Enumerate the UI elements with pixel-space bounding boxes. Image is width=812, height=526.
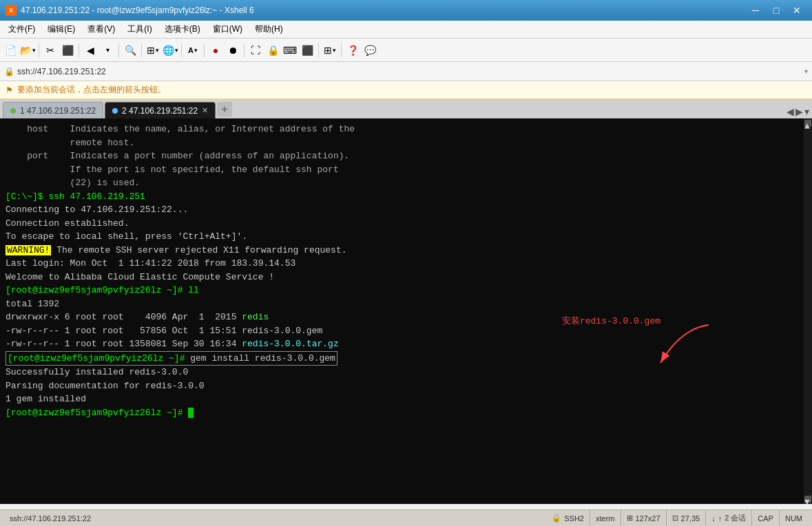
tab-2[interactable]: 2 47.106.219.251:22 ✕	[105, 102, 216, 118]
tab-nav-left[interactable]: ◀	[787, 106, 794, 117]
term-line-4: If the port is not specified, the defaul…	[6, 163, 806, 177]
toolbar-nav[interactable]: ▾	[100, 43, 115, 58]
toolbar-search[interactable]: 🔍	[123, 43, 138, 58]
app-icon: X	[6, 5, 17, 16]
close-button[interactable]: ✕	[787, 3, 806, 17]
menu-window[interactable]: 窗口(W)	[207, 22, 248, 36]
toolbar-lock[interactable]: 🔒	[265, 43, 280, 58]
term-line-11: Connection established.	[6, 217, 806, 231]
statusbar-pos-section: ⊡ 27,35	[667, 510, 707, 526]
tab-1[interactable]: 1 47.106.219.251:22	[3, 102, 103, 118]
toolbar-copy[interactable]: ⬛	[60, 43, 75, 58]
toolbar-separator-5	[181, 43, 182, 57]
term-line-3: port Indicates a port number (address of…	[6, 149, 806, 163]
toolbar-open[interactable]: 📂▾	[20, 43, 35, 58]
menu-tools[interactable]: 工具(I)	[122, 22, 157, 36]
term-line-2: remote host.	[6, 136, 806, 150]
address-lock-icon: 🔒	[4, 67, 14, 76]
toolbar-layout[interactable]: ⊞▾	[322, 43, 337, 58]
toolbar-separator-2	[79, 43, 79, 57]
statusbar-down-icon: ↓	[711, 514, 716, 523]
statusbar-pos-icon: ⊡	[672, 514, 678, 523]
titlebar: X 47.106.219.251:22 - root@izwz9ef5sjam9…	[0, 0, 812, 21]
term-line-24: [root@izwz9ef5sjam9pvfyiz26lz ~]# gem in…	[6, 351, 806, 366]
tab-nav-right[interactable]: ▶	[795, 106, 803, 117]
term-line-25: Successfully installed redis-3.0.0	[6, 366, 806, 379]
infobar-text: 要添加当前会话，点击左侧的箭头按钮。	[17, 84, 166, 96]
statusbar-size: 127x27	[636, 514, 660, 523]
menu-file[interactable]: 文件(F)	[3, 22, 41, 36]
statusbar-num-section: NUM	[780, 510, 808, 526]
menu-edit[interactable]: 编辑(E)	[42, 22, 81, 36]
menu-tabs[interactable]: 选项卡(B)	[159, 22, 206, 36]
toolbar-separator-1	[39, 43, 39, 57]
statusbar-address: ssh://47.106.219.251:22	[4, 514, 546, 523]
toolbar-font[interactable]: A▾	[185, 43, 200, 58]
tab-2-close[interactable]: ✕	[202, 106, 208, 115]
statusbar-sessions: 2 会话	[725, 513, 746, 523]
term-line-22: -rw-r--r-- 1 root root 57856 Oct 1 15:51…	[6, 324, 806, 338]
toolbar-globe[interactable]: 🌐▾	[163, 43, 178, 58]
tabbar: 1 47.106.219.251:22 2 47.106.219.251:22 …	[0, 99, 812, 118]
term-line-14: WARNING! The remote SSH server rejected …	[6, 244, 806, 257]
toolbar-help[interactable]: ❓	[345, 43, 360, 58]
term-line-20: total 1392	[6, 297, 806, 311]
toolbar-red[interactable]: ●	[208, 43, 223, 58]
toolbar-separator-3	[118, 43, 119, 57]
toolbar-separator-9	[341, 43, 342, 57]
term-line-5: (22) is used.	[6, 176, 806, 190]
terminal[interactable]: host Indicates the name, alias, or Inter…	[0, 118, 812, 504]
menu-help[interactable]: 帮助(H)	[249, 22, 289, 36]
toolbar-cut[interactable]: ✂	[43, 43, 58, 58]
toolbar-keyboard[interactable]: ⌨	[282, 43, 298, 58]
toolbar-back[interactable]: ◀	[83, 43, 98, 58]
term-line-12: To escape to local shell, press 'Ctrl+Al…	[6, 230, 806, 244]
tab-new-button[interactable]: +	[217, 102, 232, 117]
statusbar-pos: 27,35	[681, 514, 700, 523]
toolbar: 📄 📂▾ ✂ ⬛ ◀ ▾ 🔍 ⊞▾ 🌐▾ A▾ ● ⏺ ⛶ 🔒 ⌨ ⬛ ⊞▾ ❓…	[0, 39, 812, 62]
toolbar-rec[interactable]: ⏺	[225, 43, 240, 58]
addressbar: 🔒 ssh://47.106.219.251:22 ▾	[0, 62, 812, 81]
address-dropdown-icon[interactable]: ▾	[804, 67, 808, 75]
menu-view[interactable]: 查看(V)	[82, 22, 121, 36]
statusbar-ssh-label: SSH2	[564, 514, 584, 523]
statusbar-cap-section: CAP	[752, 510, 780, 526]
toolbar-separator-6	[204, 43, 205, 57]
toolbar-transfer[interactable]: ⬛	[300, 43, 315, 58]
minimize-button[interactable]: ─	[746, 3, 765, 17]
term-line-15: Last login: Mon Oct 1 11:41:22 2018 from…	[6, 257, 806, 271]
statusbar: ssh://47.106.219.251:22 🔒 SSH2 xterm ⊞ 1…	[0, 509, 812, 526]
tab-1-indicator	[10, 108, 16, 114]
statusbar-url: ssh://47.106.219.251:22	[10, 514, 91, 523]
terminal-wrapper: host Indicates the name, alias, or Inter…	[0, 118, 812, 509]
toolbar-separator-8	[318, 43, 319, 57]
toolbar-separator-4	[141, 43, 142, 57]
tab-1-label: 1 47.106.219.251:22	[20, 106, 96, 116]
statusbar-size-section: ⊞ 127x27	[621, 510, 667, 526]
statusbar-ssh-section: 🔒 SSH2	[546, 510, 590, 526]
menubar: 文件(F) 编辑(E) 查看(V) 工具(I) 选项卡(B) 窗口(W) 帮助(…	[0, 21, 812, 39]
toolbar-separator-7	[244, 43, 244, 57]
term-line-27: 1 gem installed	[6, 392, 806, 406]
infobar-icon: ⚑	[6, 85, 13, 95]
toolbar-new[interactable]: 📄	[3, 43, 18, 58]
tab-2-indicator	[112, 108, 118, 114]
scroll-down-button[interactable]: ▼	[804, 496, 811, 503]
toolbar-fullscreen[interactable]: ⛶	[248, 43, 263, 58]
statusbar-cap-label: CAP	[758, 514, 773, 523]
term-line-26: Parsing documentation for redis-3.0.0	[6, 379, 806, 393]
window-title: 47.106.219.251:22 - root@izwz9ef5sjam9pv…	[21, 6, 254, 15]
term-line-7: [C:\~]$ ssh 47.106.219.251	[6, 190, 806, 204]
terminal-scrollbar[interactable]: ▲ ▼	[804, 118, 812, 504]
infobar: ⚑ 要添加当前会话，点击左侧的箭头按钮。	[0, 81, 812, 99]
statusbar-sessions-section: ↓ ↑ 2 会话	[706, 510, 752, 526]
toolbar-screen[interactable]: ⊞▾	[145, 43, 160, 58]
toolbar-chat[interactable]: 💬	[362, 43, 377, 58]
maximize-button[interactable]: □	[767, 3, 786, 17]
term-line-1: host Indicates the name, alias, or Inter…	[6, 123, 806, 136]
address-text[interactable]: ssh://47.106.219.251:22	[17, 67, 802, 76]
term-line-17: Welcome to Alibaba Cloud Elastic Compute…	[6, 271, 806, 284]
tab-nav-menu[interactable]: ▾	[804, 106, 809, 117]
scroll-up-button[interactable]: ▲	[804, 120, 811, 127]
statusbar-ssh-icon: 🔒	[552, 514, 561, 523]
